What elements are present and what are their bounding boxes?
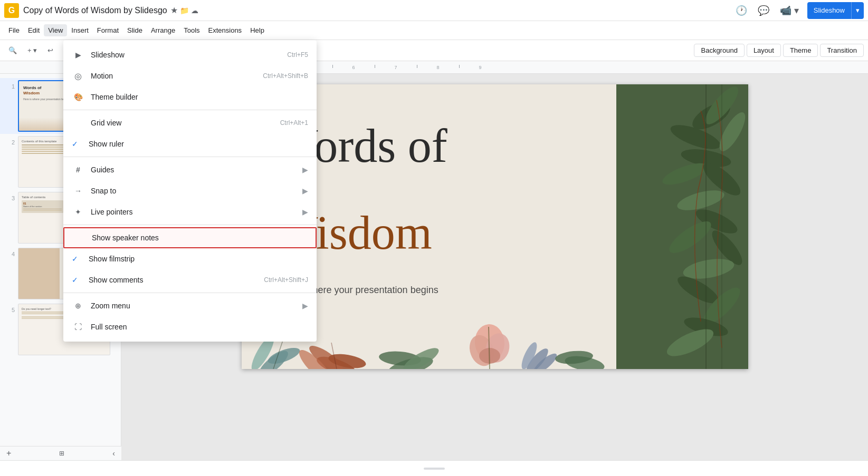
menu-view-grid-label: Grid view: [91, 119, 280, 127]
menu-view-ruler-label: Show ruler: [89, 140, 308, 148]
bottom-indicator: [424, 468, 445, 470]
cloud-icon: ☁: [191, 6, 198, 15]
menu-view-snap[interactable]: → Snap to ▶: [63, 180, 317, 201]
add-slide-icon[interactable]: +: [6, 449, 11, 458]
dropdown-divider-4: [63, 293, 317, 293]
undo-btn[interactable]: ↩: [43, 44, 58, 56]
layout-btn[interactable]: Layout: [747, 44, 781, 57]
menu-view-slideshow-shortcut: Ctrl+F5: [287, 51, 308, 59]
menu-view-guides[interactable]: # Guides ▶: [63, 159, 317, 180]
botanical-right-panel: [616, 84, 748, 369]
menu-item-slide[interactable]: Slide: [123, 24, 147, 36]
slide-panel-footer: + ⊞ ‹: [0, 446, 121, 460]
snap-arrow-icon: ▶: [302, 187, 308, 195]
slideshow-button[interactable]: Slideshow ▾: [807, 2, 864, 19]
menu-item-view[interactable]: View: [44, 24, 67, 36]
theme-builder-icon: 🎨: [72, 93, 84, 101]
menu-view-filmstrip-label: Show filmstrip: [89, 255, 308, 263]
menu-view-theme-builder-label: Theme builder: [91, 93, 308, 101]
zoom-arrow-icon: ▶: [302, 302, 308, 310]
ruler-check-icon: ✓: [72, 140, 82, 148]
add-btn[interactable]: + ▾: [23, 44, 41, 56]
menu-view-ruler[interactable]: ✓ Show ruler: [63, 133, 317, 154]
dropdown-divider-3: [63, 225, 317, 225]
transition-btn[interactable]: Transition: [820, 44, 864, 57]
bottom-panel: [0, 460, 868, 476]
menu-item-arrange[interactable]: Arrange: [147, 24, 179, 36]
motion-icon: ◎: [72, 71, 84, 81]
menu-view-comments-label: Show comments: [89, 276, 264, 284]
menu-view-live-pointers-label: Live pointers: [91, 208, 302, 216]
menu-view-comments[interactable]: ✓ Show comments Ctrl+Alt+Shift+J: [63, 269, 317, 290]
guides-icon: #: [72, 166, 84, 174]
menu-item-tools[interactable]: Tools: [179, 24, 204, 36]
menu-view-motion-label: Motion: [91, 72, 263, 80]
menu-item-extensions[interactable]: Extensions: [204, 24, 246, 36]
search-btn[interactable]: 🔍: [4, 44, 21, 56]
star-icon[interactable]: ★: [170, 5, 178, 15]
comments-check-icon: ✓: [72, 276, 82, 284]
video-icon[interactable]: 📹 ▾: [778, 3, 801, 18]
menu-view-slideshow[interactable]: ▶ Slideshow Ctrl+F5: [63, 44, 317, 65]
guides-arrow-icon: ▶: [302, 166, 308, 174]
menu-view-comments-shortcut: Ctrl+Alt+Shift+J: [264, 276, 308, 284]
menu-item-format[interactable]: Format: [93, 24, 123, 36]
menu-view-zoom[interactable]: ⊕ Zoom menu ▶: [63, 295, 317, 316]
menu-view-snap-label: Snap to: [91, 187, 302, 195]
top-right-actions: 🕐 💬 📹 ▾ Slideshow ▾: [733, 2, 864, 19]
svg-point-15: [663, 324, 717, 361]
snap-icon: →: [72, 187, 84, 195]
menu-view-grid[interactable]: Grid view Ctrl+Alt+1: [63, 112, 317, 133]
doc-title: Copy of Words of Wisdom by Slidesgo: [23, 6, 167, 15]
dropdown-divider-1: [63, 110, 317, 110]
grid-view-icon[interactable]: ⊞: [59, 450, 64, 457]
menu-item-help[interactable]: Help: [246, 24, 269, 36]
title-bar: G Copy of Words of Wisdom by Slidesgo ★ …: [0, 0, 868, 21]
live-pointers-arrow-icon: ▶: [302, 208, 308, 216]
menu-item-insert[interactable]: Insert: [67, 24, 93, 36]
menu-view-filmstrip[interactable]: ✓ Show filmstrip: [63, 248, 317, 269]
slideshow-label: Slideshow: [807, 2, 852, 19]
menu-view-slideshow-label: Slideshow: [91, 51, 287, 59]
collapse-panel-icon[interactable]: ‹: [112, 449, 115, 458]
view-dropdown-menu: ▶ Slideshow Ctrl+F5 ◎ Motion Ctrl+Alt+Sh…: [63, 40, 317, 342]
menu-view-guides-label: Guides: [91, 166, 302, 174]
svg-point-9: [665, 216, 715, 258]
history-icon[interactable]: 🕐: [733, 3, 749, 18]
theme-btn[interactable]: Theme: [783, 44, 818, 57]
filmstrip-check-icon: ✓: [72, 255, 82, 263]
fullscreen-icon: ⛶: [72, 323, 84, 331]
slideshow-menu-icon: ▶: [72, 51, 84, 59]
menu-view-live-pointers[interactable]: ✦ Live pointers ▶: [63, 201, 317, 222]
app-logo: G: [4, 3, 19, 18]
menu-item-edit[interactable]: Edit: [24, 24, 44, 36]
menu-view-grid-shortcut: Ctrl+Alt+1: [280, 119, 308, 127]
menu-view-zoom-label: Zoom menu: [91, 302, 302, 310]
background-btn[interactable]: Background: [694, 44, 744, 57]
dropdown-divider-2: [63, 157, 317, 157]
folder-icon[interactable]: 📁: [180, 6, 189, 15]
live-pointers-icon: ✦: [72, 208, 84, 216]
zoom-icon: ⊕: [72, 302, 84, 310]
svg-point-5: [660, 159, 709, 189]
menu-item-file[interactable]: File: [4, 24, 24, 36]
menu-bar: File Edit View Insert Format Slide Arran…: [0, 21, 868, 40]
slide-canvas: Words of Wisdom Here is where your prese…: [242, 84, 748, 369]
menu-view-fullscreen[interactable]: ⛶ Full screen: [63, 316, 317, 337]
menu-view-motion[interactable]: ◎ Motion Ctrl+Alt+Shift+B: [63, 65, 317, 86]
menu-view-speaker-notes[interactable]: Show speaker notes: [63, 227, 317, 248]
menu-view-speaker-notes-label: Show speaker notes: [92, 234, 307, 242]
menu-view-motion-shortcut: Ctrl+Alt+Shift+B: [263, 72, 308, 80]
menu-view-fullscreen-label: Full screen: [91, 323, 308, 331]
menu-view-theme-builder[interactable]: 🎨 Theme builder: [63, 86, 317, 108]
comment-icon[interactable]: 💬: [756, 3, 771, 18]
slideshow-arrow-icon[interactable]: ▾: [852, 2, 864, 19]
